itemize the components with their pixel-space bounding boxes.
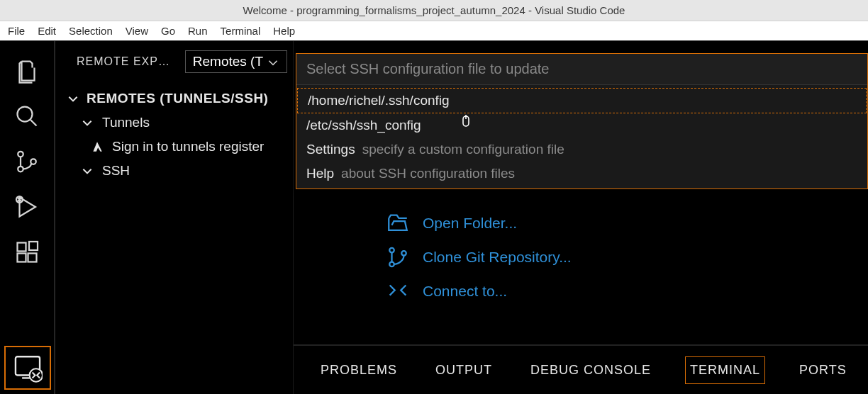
panel-tabs: PROBLEMS OUTPUT DEBUG CONSOLE TERMINAL P… [294, 344, 868, 394]
tunnels-label: Tunnels [102, 115, 150, 130]
qi-option-desc: specify a custom configuration file [362, 142, 564, 157]
open-folder-link[interactable]: Open Folder... [386, 211, 572, 235]
folder-open-icon [386, 211, 410, 235]
menu-terminal[interactable]: Terminal [214, 23, 267, 39]
svg-rect-7 [28, 254, 37, 262]
panel-tab-terminal[interactable]: TERMINAL [685, 356, 765, 384]
search-icon[interactable] [10, 94, 44, 139]
menu-edit[interactable]: Edit [31, 23, 62, 39]
qi-option-label: /home/richel/.ssh/config [308, 93, 450, 108]
svg-point-12 [389, 262, 394, 267]
qi-option-label: Settings [306, 142, 355, 157]
panel-tab-problems[interactable]: PROBLEMS [316, 357, 401, 383]
window-title: Welcome - programming_formalisms_project… [243, 4, 625, 16]
remote-explorer-icon[interactable] [4, 346, 51, 390]
chevron-down-icon [267, 56, 279, 69]
menu-view[interactable]: View [119, 23, 155, 39]
azure-icon [91, 140, 104, 153]
svg-point-11 [389, 248, 394, 253]
clone-repo-label: Clone Git Repository... [423, 249, 572, 266]
explorer-icon[interactable] [10, 48, 44, 94]
connect-to-label: Connect to... [423, 283, 507, 300]
panel-tab-ports[interactable]: PORTS [795, 357, 851, 383]
remote-connect-icon [386, 279, 410, 303]
run-debug-icon[interactable] [10, 184, 44, 230]
clone-repo-link[interactable]: Clone Git Repository... [386, 245, 572, 269]
quick-input-list: /home/richel/.ssh/config /etc/ssh/ssh_co… [296, 85, 867, 188]
svg-rect-6 [18, 254, 26, 262]
menu-run[interactable]: Run [182, 23, 214, 39]
remotes-section-label: REMOTES (TUNNELS/SSH) [87, 91, 268, 106]
activity-bar [0, 41, 55, 394]
qi-option-etc-config[interactable]: /etc/ssh/ssh_config [296, 113, 867, 137]
qi-option-user-config[interactable]: /home/richel/.ssh/config [297, 88, 867, 113]
menu-bar: File Edit Selection View Go Run Terminal… [0, 21, 868, 41]
svg-point-2 [18, 167, 23, 172]
ssh-label: SSH [102, 163, 130, 179]
menu-help[interactable]: Help [267, 23, 301, 39]
quick-input: /home/richel/.ssh/config /etc/ssh/ssh_co… [296, 53, 868, 189]
connect-to-link[interactable]: Connect to... [386, 279, 572, 303]
qi-option-label: Help [306, 166, 334, 181]
chevron-down-icon [81, 116, 94, 129]
qi-option-help[interactable]: Help about SSH configuration files [296, 162, 867, 186]
panel-tab-output[interactable]: OUTPUT [431, 357, 496, 383]
chevron-down-icon [67, 92, 79, 105]
source-control-icon[interactable] [10, 139, 44, 184]
panel-tab-debug-console[interactable]: DEBUG CONSOLE [526, 357, 655, 383]
svg-point-0 [18, 107, 33, 122]
open-folder-label: Open Folder... [423, 215, 517, 232]
svg-point-13 [401, 251, 406, 256]
qi-option-desc: about SSH configuration files [341, 166, 515, 181]
qi-option-label: /etc/ssh/ssh_config [306, 118, 421, 133]
menu-file[interactable]: File [1, 23, 31, 39]
chevron-down-icon [81, 164, 94, 177]
extensions-icon[interactable] [10, 230, 44, 275]
sidebar-title: REMOTE EXP… [77, 55, 178, 68]
quick-input-field[interactable] [296, 54, 867, 85]
sidebar: REMOTE EXP… Remotes (T REMOTES (TUNNELS/… [55, 41, 294, 394]
sign-in-tunnels-item[interactable]: Sign in to tunnels register [55, 135, 293, 159]
svg-point-3 [30, 159, 36, 164]
sign-in-tunnels-label: Sign in to tunnels register [112, 139, 264, 154]
svg-rect-8 [29, 242, 38, 250]
git-branch-icon [386, 245, 410, 269]
window-titlebar: Welcome - programming_formalisms_project… [0, 0, 868, 21]
menu-selection[interactable]: Selection [62, 23, 119, 39]
svg-rect-5 [18, 243, 26, 252]
remotes-section-header[interactable]: REMOTES (TUNNELS/SSH) [55, 86, 293, 111]
menu-go[interactable]: Go [155, 23, 182, 39]
tunnels-tree-item[interactable]: Tunnels [55, 111, 293, 135]
ssh-tree-item[interactable]: SSH [55, 159, 293, 183]
remotes-target-dropdown[interactable]: Remotes (T [185, 50, 287, 73]
qi-option-settings[interactable]: Settings specify a custom configuration … [296, 137, 867, 162]
svg-point-1 [18, 152, 23, 157]
